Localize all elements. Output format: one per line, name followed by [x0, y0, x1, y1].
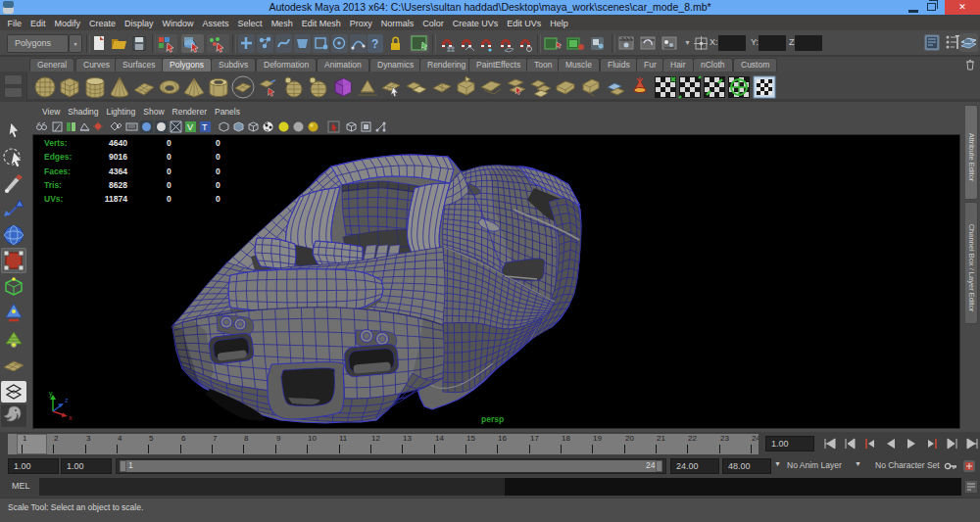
svg-text:y: y [49, 390, 53, 398]
svg-text:V: V [187, 122, 193, 132]
svg-text:x: x [69, 414, 73, 421]
svg-text:T: T [202, 122, 208, 132]
svg-text:z: z [65, 397, 69, 403]
svg-text:?: ? [371, 37, 378, 51]
